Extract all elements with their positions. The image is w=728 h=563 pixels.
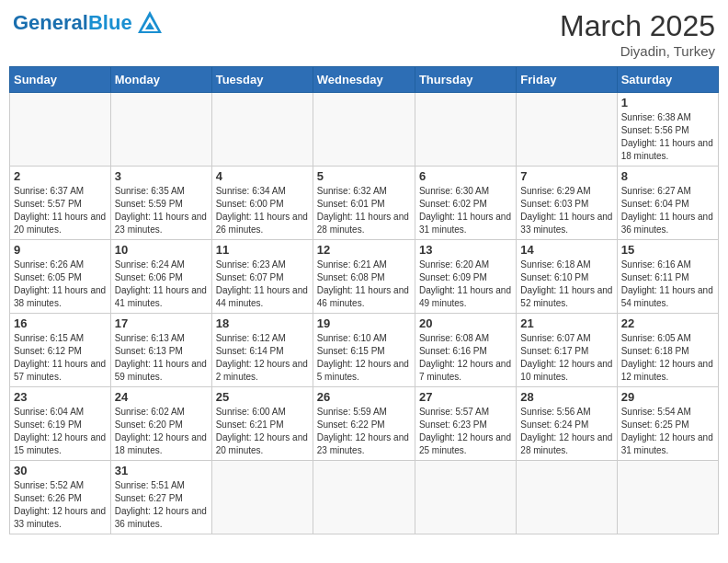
calendar-cell	[617, 461, 718, 534]
day-number: 2	[14, 169, 107, 183]
day-info: Sunrise: 5:59 AM Sunset: 6:22 PM Dayligh…	[317, 406, 411, 457]
calendar-cell: 13Sunrise: 6:20 AM Sunset: 6:09 PM Dayli…	[415, 240, 516, 314]
calendar-cell: 29Sunrise: 5:54 AM Sunset: 6:25 PM Dayli…	[617, 387, 718, 461]
day-info: Sunrise: 6:26 AM Sunset: 6:05 PM Dayligh…	[14, 259, 107, 310]
day-number: 29	[621, 390, 714, 404]
calendar-header: GeneralBlue March 2025 Diyadin, Turkey	[9, 9, 719, 59]
calendar-cell	[10, 93, 111, 167]
logo-general: General	[13, 11, 88, 34]
calendar-cell	[211, 461, 313, 534]
day-info: Sunrise: 6:38 AM Sunset: 5:56 PM Dayligh…	[621, 111, 714, 163]
day-number: 9	[14, 243, 107, 257]
calendar-cell: 22Sunrise: 6:05 AM Sunset: 6:18 PM Dayli…	[617, 314, 718, 387]
calendar-cell: 5Sunrise: 6:32 AM Sunset: 6:01 PM Daylig…	[313, 167, 415, 240]
day-number: 26	[317, 390, 411, 404]
day-info: Sunrise: 5:51 AM Sunset: 6:27 PM Dayligh…	[115, 479, 208, 531]
day-number: 30	[14, 464, 107, 477]
day-number: 31	[115, 464, 208, 477]
day-number: 23	[14, 390, 107, 404]
calendar-week-5: 30Sunrise: 5:52 AM Sunset: 6:26 PM Dayli…	[10, 461, 719, 534]
day-number: 14	[520, 243, 612, 257]
calendar-cell: 7Sunrise: 6:29 AM Sunset: 6:03 PM Daylig…	[517, 167, 617, 240]
calendar-cell	[313, 461, 415, 534]
calendar-cell: 8Sunrise: 6:27 AM Sunset: 6:04 PM Daylig…	[617, 167, 718, 240]
calendar-cell: 1Sunrise: 6:38 AM Sunset: 5:56 PM Daylig…	[617, 93, 718, 167]
day-number: 8	[621, 169, 714, 183]
calendar-cell: 14Sunrise: 6:18 AM Sunset: 6:10 PM Dayli…	[517, 240, 617, 314]
day-info: Sunrise: 5:54 AM Sunset: 6:25 PM Dayligh…	[621, 406, 714, 457]
day-info: Sunrise: 6:10 AM Sunset: 6:15 PM Dayligh…	[317, 332, 411, 384]
calendar-cell: 15Sunrise: 6:16 AM Sunset: 6:11 PM Dayli…	[617, 240, 718, 314]
day-number: 27	[419, 390, 512, 404]
day-info: Sunrise: 6:08 AM Sunset: 6:16 PM Dayligh…	[419, 332, 512, 384]
calendar-cell	[211, 93, 313, 167]
title-area: March 2025 Diyadin, Turkey	[560, 9, 715, 59]
day-number: 6	[419, 169, 512, 183]
calendar-cell: 30Sunrise: 5:52 AM Sunset: 6:26 PM Dayli…	[10, 461, 111, 534]
day-info: Sunrise: 6:16 AM Sunset: 6:11 PM Dayligh…	[621, 259, 714, 310]
day-number: 5	[317, 169, 411, 183]
calendar-week-2: 9Sunrise: 6:26 AM Sunset: 6:05 PM Daylig…	[10, 240, 719, 314]
day-info: Sunrise: 6:00 AM Sunset: 6:21 PM Dayligh…	[216, 406, 309, 457]
day-info: Sunrise: 5:57 AM Sunset: 6:23 PM Dayligh…	[419, 406, 512, 457]
calendar-cell: 25Sunrise: 6:00 AM Sunset: 6:21 PM Dayli…	[211, 387, 313, 461]
calendar-cell: 11Sunrise: 6:23 AM Sunset: 6:07 PM Dayli…	[211, 240, 313, 314]
col-thursday: Thursday	[415, 67, 516, 93]
month-year: March 2025	[560, 9, 715, 43]
calendar-cell: 23Sunrise: 6:04 AM Sunset: 6:19 PM Dayli…	[10, 387, 111, 461]
col-wednesday: Wednesday	[313, 67, 415, 93]
calendar-header-row: Sunday Monday Tuesday Wednesday Thursday…	[10, 67, 719, 93]
calendar-cell	[517, 93, 617, 167]
calendar-week-0: 1Sunrise: 6:38 AM Sunset: 5:56 PM Daylig…	[10, 93, 719, 167]
calendar-cell: 3Sunrise: 6:35 AM Sunset: 5:59 PM Daylig…	[110, 167, 211, 240]
day-number: 10	[115, 243, 208, 257]
logo: GeneralBlue	[13, 9, 164, 37]
calendar-cell: 9Sunrise: 6:26 AM Sunset: 6:05 PM Daylig…	[10, 240, 111, 314]
calendar-cell: 21Sunrise: 6:07 AM Sunset: 6:17 PM Dayli…	[517, 314, 617, 387]
day-info: Sunrise: 6:07 AM Sunset: 6:17 PM Dayligh…	[520, 332, 612, 384]
day-number: 7	[520, 169, 612, 183]
day-number: 17	[115, 316, 208, 330]
location: Diyadin, Turkey	[560, 43, 715, 59]
calendar-cell: 6Sunrise: 6:30 AM Sunset: 6:02 PM Daylig…	[415, 167, 516, 240]
logo-icon	[136, 9, 164, 37]
day-info: Sunrise: 6:13 AM Sunset: 6:13 PM Dayligh…	[115, 332, 208, 384]
day-number: 13	[419, 243, 512, 257]
day-number: 24	[115, 390, 208, 404]
calendar-cell	[110, 93, 211, 167]
day-info: Sunrise: 6:29 AM Sunset: 6:03 PM Dayligh…	[520, 185, 612, 236]
logo-text: GeneralBlue	[13, 11, 132, 35]
calendar-cell: 4Sunrise: 6:34 AM Sunset: 6:00 PM Daylig…	[211, 167, 313, 240]
col-tuesday: Tuesday	[211, 67, 313, 93]
calendar-cell: 10Sunrise: 6:24 AM Sunset: 6:06 PM Dayli…	[110, 240, 211, 314]
day-number: 1	[621, 96, 714, 109]
calendar-cell: 16Sunrise: 6:15 AM Sunset: 6:12 PM Dayli…	[10, 314, 111, 387]
calendar-week-4: 23Sunrise: 6:04 AM Sunset: 6:19 PM Dayli…	[10, 387, 719, 461]
calendar-cell: 24Sunrise: 6:02 AM Sunset: 6:20 PM Dayli…	[110, 387, 211, 461]
day-number: 15	[621, 243, 714, 257]
day-info: Sunrise: 6:23 AM Sunset: 6:07 PM Dayligh…	[216, 259, 309, 310]
calendar-cell	[415, 461, 516, 534]
day-info: Sunrise: 6:04 AM Sunset: 6:19 PM Dayligh…	[14, 406, 107, 457]
day-info: Sunrise: 6:02 AM Sunset: 6:20 PM Dayligh…	[115, 406, 208, 457]
day-info: Sunrise: 5:52 AM Sunset: 6:26 PM Dayligh…	[14, 479, 107, 531]
calendar-week-3: 16Sunrise: 6:15 AM Sunset: 6:12 PM Dayli…	[10, 314, 719, 387]
day-number: 28	[520, 390, 612, 404]
calendar-cell: 26Sunrise: 5:59 AM Sunset: 6:22 PM Dayli…	[313, 387, 415, 461]
calendar-cell: 31Sunrise: 5:51 AM Sunset: 6:27 PM Dayli…	[110, 461, 211, 534]
col-monday: Monday	[110, 67, 211, 93]
calendar-cell: 19Sunrise: 6:10 AM Sunset: 6:15 PM Dayli…	[313, 314, 415, 387]
calendar-cell: 28Sunrise: 5:56 AM Sunset: 6:24 PM Dayli…	[517, 387, 617, 461]
day-info: Sunrise: 6:34 AM Sunset: 6:00 PM Dayligh…	[216, 185, 309, 236]
day-number: 4	[216, 169, 309, 183]
calendar-cell: 2Sunrise: 6:37 AM Sunset: 5:57 PM Daylig…	[10, 167, 111, 240]
day-info: Sunrise: 6:21 AM Sunset: 6:08 PM Dayligh…	[317, 259, 411, 310]
day-number: 16	[14, 316, 107, 330]
col-saturday: Saturday	[617, 67, 718, 93]
calendar-week-1: 2Sunrise: 6:37 AM Sunset: 5:57 PM Daylig…	[10, 167, 719, 240]
day-number: 21	[520, 316, 612, 330]
day-number: 19	[317, 316, 411, 330]
calendar-cell	[415, 93, 516, 167]
day-number: 11	[216, 243, 309, 257]
day-info: Sunrise: 6:20 AM Sunset: 6:09 PM Dayligh…	[419, 259, 512, 310]
